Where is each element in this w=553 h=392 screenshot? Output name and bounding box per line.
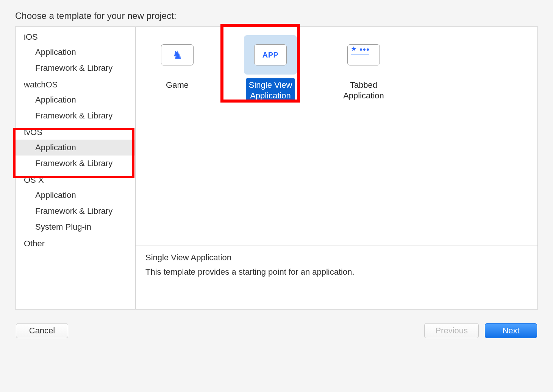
sidebar-item-osx-framework[interactable]: Framework & Library [16, 203, 135, 219]
template-grid: ♞ Game APP Single View Application [136, 27, 537, 246]
sidebar-item-ios-application[interactable]: Application [16, 44, 135, 60]
sidebar: iOS Application Framework & Library watc… [16, 27, 136, 309]
sidebar-item-osx-application[interactable]: Application [16, 187, 135, 203]
previous-button[interactable]: Previous [424, 323, 479, 338]
tv-frame-icon: APP [254, 44, 287, 65]
sidebar-item-tvos-framework[interactable]: Framework & Library [16, 156, 135, 171]
template-game[interactable]: ♞ Game [147, 35, 208, 92]
main-area: ♞ Game APP Single View Application [136, 27, 537, 309]
tabbed-icon: ★ [351, 45, 369, 54]
next-button[interactable]: Next [485, 323, 537, 338]
star-icon: ★ [351, 45, 357, 53]
dots-icon [359, 45, 369, 52]
template-tabbed[interactable]: ★ Tabbed Application [333, 35, 394, 102]
sidebar-item-watchos-application[interactable]: Application [16, 92, 135, 108]
template-label-single-view: Single View Application [246, 78, 295, 102]
template-icon-tabbed: ★ [337, 35, 390, 75]
description-panel: Single View Application This template pr… [136, 246, 537, 309]
app-text-icon: APP [262, 51, 279, 59]
template-icon-game: ♞ [151, 35, 204, 75]
platform-other[interactable]: Other [16, 235, 135, 251]
template-label-tabbed: Tabbed Application [340, 78, 387, 102]
template-label-game: Game [163, 78, 192, 92]
cancel-button[interactable]: Cancel [16, 323, 68, 338]
platform-watchos[interactable]: watchOS [16, 76, 135, 92]
sidebar-item-watchos-framework[interactable]: Framework & Library [16, 108, 135, 124]
page-title: Choose a template for your new project: [15, 11, 538, 21]
sidebar-item-osx-plugin[interactable]: System Plug-in [16, 219, 135, 235]
main-panel: iOS Application Framework & Library watc… [15, 26, 538, 310]
sidebar-item-ios-framework[interactable]: Framework & Library [16, 60, 135, 76]
game-icon: ♞ [172, 49, 183, 61]
footer: Cancel Previous Next [15, 323, 538, 338]
tv-frame-icon: ♞ [161, 44, 194, 65]
description-text: This template provides a starting point … [145, 267, 528, 277]
template-icon-single-view: APP [244, 35, 297, 75]
platform-osx[interactable]: OS X [16, 171, 135, 187]
platform-tvos[interactable]: tvOS [16, 124, 135, 140]
tv-frame-icon: ★ [347, 44, 380, 65]
template-single-view[interactable]: APP Single View Application [240, 35, 301, 102]
description-title: Single View Application [145, 253, 528, 263]
platform-ios[interactable]: iOS [16, 28, 135, 44]
sidebar-item-tvos-application[interactable]: Application [16, 140, 135, 156]
